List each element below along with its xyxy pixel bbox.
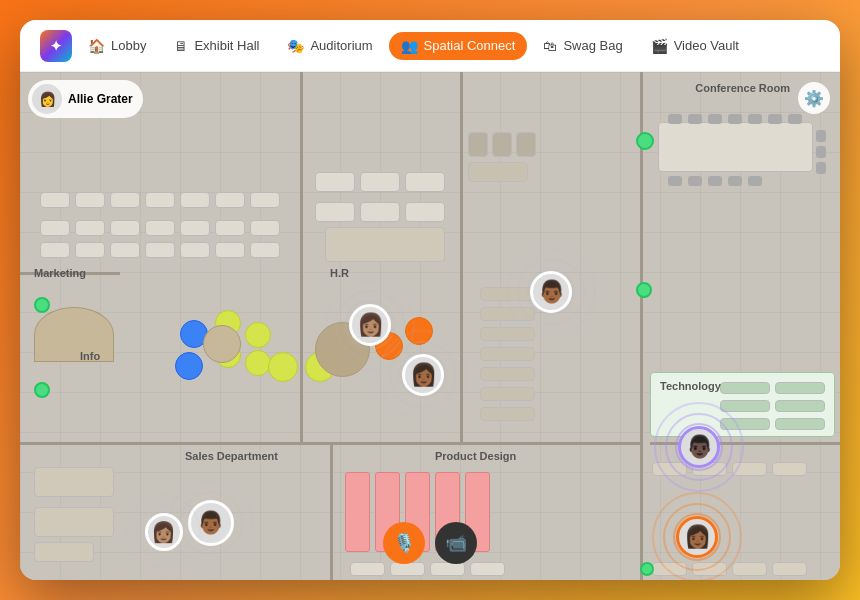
kitchen-appliance — [492, 132, 512, 157]
person-avatar-3: 👨🏾 — [530, 271, 572, 313]
desk — [75, 220, 105, 236]
product-design-label: Product Design — [435, 450, 516, 462]
sales-desk — [34, 507, 114, 537]
conf-chair — [816, 130, 826, 142]
marketing-label: Marketing — [34, 267, 86, 279]
conference-room-label: Conference Room — [695, 82, 790, 94]
person-ripple-7[interactable]: 👩🏾 — [652, 492, 742, 580]
desk — [110, 192, 140, 208]
pd-desk — [350, 562, 385, 576]
plant — [34, 297, 50, 313]
camera-button[interactable]: 📹 — [435, 522, 477, 564]
desk — [145, 192, 175, 208]
user-avatar: 👩 — [32, 84, 62, 114]
person-avatar-1: 👩🏽 — [349, 304, 391, 346]
kitchen-appliance — [468, 132, 488, 157]
desk — [480, 407, 535, 421]
tech-desk — [775, 382, 825, 394]
sales-desk — [34, 542, 94, 562]
nav-lobby[interactable]: 🏠 Lobby — [76, 32, 158, 60]
br-desk — [772, 562, 807, 576]
tech-desk — [775, 418, 825, 430]
hr-desk — [405, 172, 445, 192]
desk — [480, 347, 535, 361]
person-ripple-6[interactable]: 👩🏽 — [126, 494, 201, 569]
desk — [215, 192, 245, 208]
conf-chair — [788, 114, 802, 124]
home-icon: 🏠 — [88, 38, 105, 54]
yellow-stool — [245, 322, 271, 348]
conf-chair — [668, 176, 682, 186]
nav-swag-bag[interactable]: 🛍 Swag Bag — [531, 32, 634, 60]
info-label: Info — [80, 350, 100, 362]
nav-auditorium[interactable]: 🎭 Auditorium — [275, 32, 384, 60]
conf-chair — [748, 114, 762, 124]
spatial-icon: 👥 — [401, 38, 418, 54]
user-name: Allie Grater — [68, 92, 133, 106]
desk — [110, 242, 140, 258]
person-ripple-3[interactable]: 👨🏾 — [506, 247, 596, 337]
canvas-area: 👩 Allie Grater ⚙️ Conference Room Market… — [20, 72, 840, 580]
plant — [636, 282, 652, 298]
person-avatar-7: 👩🏾 — [676, 516, 718, 558]
pd-desk — [470, 562, 505, 576]
hr-desk — [405, 202, 445, 222]
desk — [480, 387, 535, 401]
person-ripple-4[interactable]: 👨🏿 — [654, 402, 744, 492]
nav-spatial-connect[interactable]: 👥 Spatial Connect — [389, 32, 528, 60]
hr-desk — [315, 202, 355, 222]
nav-exhibit-hall[interactable]: 🖥 Exhibit Hall — [162, 32, 271, 60]
conf-chair — [816, 162, 826, 174]
video-icon: 🎬 — [651, 38, 668, 54]
hr-desk — [360, 172, 400, 192]
desk — [250, 220, 280, 236]
conf-chair — [708, 114, 722, 124]
pd-desk — [430, 562, 465, 576]
desk — [145, 220, 175, 236]
plant — [636, 132, 654, 150]
reception-desk — [34, 307, 114, 362]
desk — [215, 220, 245, 236]
person-avatar-6: 👩🏽 — [145, 513, 183, 551]
settings-button[interactable]: ⚙️ — [798, 82, 830, 114]
app-logo: ✦ — [40, 30, 72, 62]
kitchen-counter — [468, 162, 528, 182]
auditorium-icon: 🎭 — [287, 38, 304, 54]
conf-chair — [668, 114, 682, 124]
br-desk — [772, 462, 807, 476]
hr-desk — [360, 202, 400, 222]
hr-label: H.R — [330, 267, 349, 279]
sales-desk — [34, 467, 114, 497]
conf-chair — [688, 176, 702, 186]
mic-button[interactable]: 🎙️ — [383, 522, 425, 564]
wall-vertical-6 — [330, 442, 333, 580]
desk — [480, 367, 535, 381]
desk — [215, 242, 245, 258]
tech-desk — [720, 382, 770, 394]
tech-desk — [775, 400, 825, 412]
desk — [145, 242, 175, 258]
yellow-stool — [268, 352, 298, 382]
desk — [250, 192, 280, 208]
conf-chair — [748, 176, 762, 186]
br-desk — [732, 562, 767, 576]
nav-video-vault[interactable]: 🎬 Video Vault — [639, 32, 751, 60]
conf-chair — [708, 176, 722, 186]
person-avatar-2: 👩🏾 — [402, 354, 444, 396]
main-window: ✦ 🏠 Lobby 🖥 Exhibit Hall 🎭 Auditorium 👥 … — [20, 20, 840, 580]
lounge-table — [203, 325, 241, 363]
toolbar-bottom: 🎙️ 📹 — [383, 522, 477, 564]
technology-label: Technology — [660, 380, 721, 392]
desk — [75, 192, 105, 208]
desk — [180, 242, 210, 258]
blue-stool — [175, 352, 203, 380]
sales-label: Sales Department — [185, 450, 278, 462]
swag-icon: 🛍 — [543, 38, 557, 54]
person-ripple-2[interactable]: 👩🏾 — [378, 330, 468, 420]
desk — [40, 242, 70, 258]
hr-desk — [315, 172, 355, 192]
desk — [40, 192, 70, 208]
kitchen-appliance — [516, 132, 536, 157]
desk — [250, 242, 280, 258]
tech-desk — [720, 400, 770, 412]
